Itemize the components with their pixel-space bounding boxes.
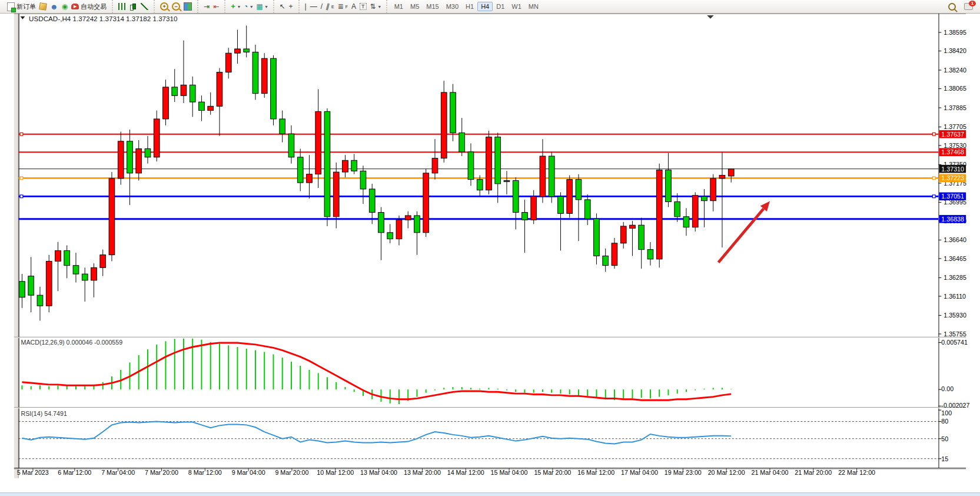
chart-svg[interactable]: 1.385951.384201.382401.380651.378851.377… bbox=[0, 14, 980, 492]
svg-text:7 Mar 20:00: 7 Mar 20:00 bbox=[145, 469, 178, 476]
candlestick-chart-button[interactable] bbox=[128, 1, 139, 12]
chevron-down-icon: ▾ bbox=[238, 4, 240, 9]
auto-scroll-button[interactable]: ⇥ bbox=[202, 1, 211, 12]
chat-button[interactable]: 1 bbox=[962, 1, 975, 12]
svg-text:14 Mar 12:00: 14 Mar 12:00 bbox=[447, 469, 484, 476]
svg-text:6 Mar 12:00: 6 Mar 12:00 bbox=[58, 469, 91, 476]
market-watch-icon bbox=[39, 2, 47, 11]
svg-text:100: 100 bbox=[941, 409, 952, 416]
toolbar: 新订单 ☻ ◉ ▶ 自动交易 + − ⇥ ⇤ +▾ ◔▾ ▦▾ ↖ + | — … bbox=[0, 0, 980, 14]
horizontal-line-icon: — bbox=[310, 3, 317, 10]
status-bar bbox=[0, 492, 980, 496]
svg-text:1.37223: 1.37223 bbox=[941, 174, 964, 181]
chart-shift-icon: ⇤ bbox=[213, 3, 219, 10]
svg-text:1.37705: 1.37705 bbox=[944, 123, 966, 130]
trendline-icon: / bbox=[321, 3, 323, 10]
chart-shift-marker[interactable] bbox=[707, 15, 714, 19]
trend-arrow-object[interactable] bbox=[719, 201, 770, 263]
svg-text:1.36465: 1.36465 bbox=[944, 255, 966, 262]
svg-text:1.36838: 1.36838 bbox=[941, 216, 964, 223]
chat-icon: 1 bbox=[964, 3, 973, 10]
line-chart-button[interactable] bbox=[139, 1, 150, 12]
chevron-down-icon: ▾ bbox=[250, 4, 253, 9]
timeframe-m1[interactable]: M1 bbox=[391, 2, 407, 11]
vertical-line-button[interactable]: | bbox=[303, 1, 308, 12]
bar-chart-button[interactable] bbox=[117, 1, 128, 12]
channel-button[interactable]: ∥E bbox=[324, 1, 336, 12]
svg-text:8 Mar 12:00: 8 Mar 12:00 bbox=[188, 469, 222, 476]
svg-text:17 Mar 04:00: 17 Mar 04:00 bbox=[621, 469, 658, 476]
svg-text:1.38240: 1.38240 bbox=[944, 67, 966, 74]
fibonacci-button[interactable]: ≣F bbox=[336, 1, 350, 12]
indicators-icon: + bbox=[231, 3, 235, 10]
horizontal-line-button[interactable]: — bbox=[308, 1, 319, 12]
arrows-button[interactable]: ⇅▾ bbox=[368, 1, 383, 12]
svg-text:22 Mar 12:00: 22 Mar 12:00 bbox=[838, 469, 875, 476]
timeframe-h1[interactable]: H1 bbox=[462, 2, 477, 11]
rsi-line bbox=[22, 422, 731, 444]
autotrade-icon: ▶ bbox=[71, 4, 79, 9]
search-button[interactable] bbox=[946, 1, 958, 12]
timeframe-m15[interactable]: M15 bbox=[423, 2, 442, 11]
fibonacci-icon: ≣ bbox=[338, 3, 344, 10]
signals-button[interactable]: ◉ bbox=[60, 1, 69, 12]
svg-text:1.36110: 1.36110 bbox=[944, 293, 966, 300]
svg-text:1.38420: 1.38420 bbox=[944, 47, 966, 54]
svg-text:21 Mar 20:00: 21 Mar 20:00 bbox=[795, 469, 832, 476]
autotrade-button[interactable]: ▶ 自动交易 bbox=[69, 1, 108, 12]
toolbar-group-zoom: + − bbox=[154, 0, 196, 13]
timeframe-mn[interactable]: MN bbox=[525, 2, 542, 11]
svg-text:1.37310: 1.37310 bbox=[941, 166, 964, 173]
indicators-button[interactable]: +▾ bbox=[229, 1, 242, 12]
timeframe-w1[interactable]: W1 bbox=[508, 2, 525, 11]
one-click-trading-arrow-icon[interactable] bbox=[21, 16, 25, 19]
svg-text:1.37530: 1.37530 bbox=[944, 142, 966, 149]
crosshair-button[interactable]: + bbox=[287, 1, 295, 12]
time-axis[interactable]: 5 Mar 20236 Mar 12:007 Mar 04:007 Mar 20… bbox=[17, 468, 875, 476]
timeframe-m5[interactable]: M5 bbox=[407, 2, 423, 11]
price-axis[interactable]: 1.385951.384201.382401.380651.378851.377… bbox=[939, 29, 966, 338]
zoom-in-button[interactable]: + bbox=[158, 1, 170, 12]
zoom-out-button[interactable]: − bbox=[170, 1, 182, 12]
timeframe-h4[interactable]: H4 bbox=[477, 2, 493, 11]
cursor-icon: ↖ bbox=[280, 3, 285, 10]
toolbar-group-trade: 新订单 ☻ ◉ ▶ 自动交易 bbox=[2, 0, 111, 13]
text-button[interactable]: A bbox=[350, 1, 358, 12]
macd-pane: MACD(12,26,9) 0.000046 -0.000559 0.00574… bbox=[21, 339, 970, 409]
trendline-button[interactable]: / bbox=[319, 1, 324, 12]
svg-text:19 Mar 23:00: 19 Mar 23:00 bbox=[665, 469, 702, 476]
templates-button[interactable]: ▦▾ bbox=[254, 1, 269, 12]
svg-text:9 Mar 04:00: 9 Mar 04:00 bbox=[232, 469, 265, 476]
toolbar-group-chart-type bbox=[112, 0, 152, 13]
new-order-button[interactable]: 新订单 bbox=[5, 1, 38, 12]
timeframe-m30[interactable]: M30 bbox=[443, 2, 462, 11]
svg-text:1.35930: 1.35930 bbox=[944, 312, 966, 319]
text-icon: A bbox=[351, 3, 356, 10]
zoom-in-icon: + bbox=[160, 2, 168, 11]
svg-text:1.37051: 1.37051 bbox=[941, 193, 964, 200]
periods-button[interactable]: ◔▾ bbox=[242, 1, 254, 12]
chart-frame bbox=[14, 14, 966, 478]
chart-shift-button[interactable]: ⇤ bbox=[211, 1, 221, 12]
market-watch-button[interactable] bbox=[38, 1, 48, 12]
svg-text:13 Mar 04:00: 13 Mar 04:00 bbox=[360, 469, 397, 476]
new-order-icon bbox=[7, 2, 15, 11]
navigator-button[interactable]: ☻ bbox=[48, 1, 60, 12]
toolbar-group-timeframes: M1M5M15M30H1H4D1W1MN bbox=[386, 0, 544, 13]
candlestick-chart-icon bbox=[129, 3, 137, 11]
toolbar-group-scroll: ⇥ ⇤ bbox=[197, 0, 223, 13]
bar-chart-icon bbox=[118, 3, 126, 10]
chart-title-overlay: USDCAD-,H4 1.37242 1.37314 1.37182 1.373… bbox=[21, 15, 178, 22]
text-label-button[interactable]: T bbox=[358, 1, 368, 12]
tile-windows-button[interactable] bbox=[182, 1, 194, 12]
cursor-button[interactable]: ↖ bbox=[278, 1, 287, 12]
vertical-line-icon: | bbox=[305, 3, 307, 10]
svg-text:1.38065: 1.38065 bbox=[944, 85, 966, 92]
timeframe-d1[interactable]: D1 bbox=[493, 2, 508, 11]
svg-text:50: 50 bbox=[941, 435, 948, 442]
arrows-icon: ⇅ bbox=[370, 3, 376, 10]
svg-text:1.38595: 1.38595 bbox=[944, 29, 966, 36]
svg-text:0.005741: 0.005741 bbox=[941, 339, 968, 346]
text-label-icon: T bbox=[360, 3, 367, 10]
chart-window[interactable]: 1.385951.384201.382401.380651.378851.377… bbox=[0, 14, 980, 492]
